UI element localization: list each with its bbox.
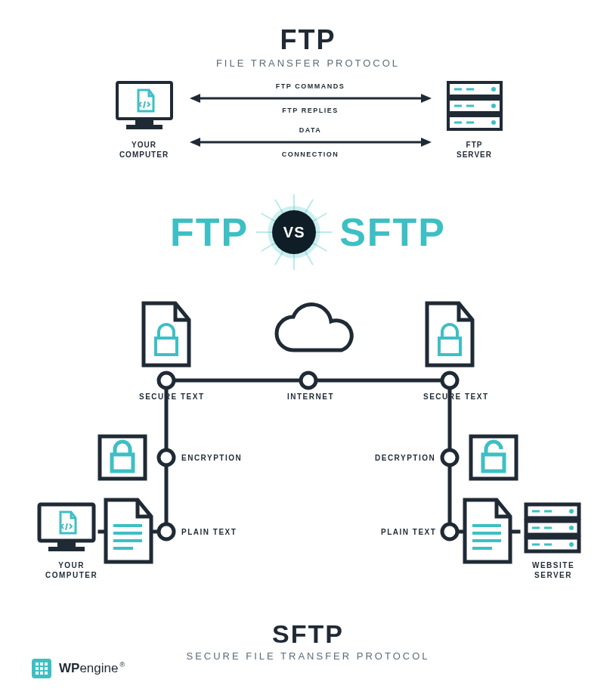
vs-core-label: VS — [272, 210, 316, 254]
svg-point-27 — [301, 373, 316, 388]
svg-point-19 — [491, 104, 496, 108]
brand-bold: WP — [59, 661, 79, 675]
server-icon — [445, 79, 504, 134]
wpengine-logo-icon — [32, 659, 51, 678]
ftp-arrows: FTP COMMANDS FTP REPLIES DATA CONNECTION — [190, 82, 432, 158]
ftp-your-computer: YOUR COMPUTER — [113, 79, 176, 160]
ftp-arrow-label-1: FTP REPLIES — [190, 107, 432, 114]
svg-rect-48 — [57, 542, 76, 547]
svg-rect-1 — [135, 120, 153, 125]
svg-marker-7 — [190, 138, 200, 147]
svg-marker-4 — [190, 94, 200, 103]
svg-rect-49 — [48, 547, 85, 551]
sftp-your-computer-label: YOUR COMPUTER — [45, 560, 98, 580]
ftp-subtitle: FILE TRANSFER PROTOCOL — [30, 57, 586, 69]
svg-point-30 — [442, 450, 457, 465]
svg-rect-63 — [40, 662, 43, 666]
ftp-arrow-label-3: CONNECTION — [190, 150, 432, 158]
vs-badge: VS — [256, 194, 332, 270]
footer-brand: WPengine® — [32, 659, 125, 678]
svg-marker-8 — [421, 138, 432, 147]
computer-icon — [113, 79, 176, 134]
sftp-title-block: SFTP SECURE FILE TRANSFER PROTOCOL — [30, 619, 586, 662]
double-arrow-icon — [190, 93, 432, 104]
svg-rect-70 — [45, 672, 48, 675]
ftp-arrow-label-0: FTP COMMANDS — [190, 82, 432, 90]
svg-rect-2 — [126, 125, 163, 129]
svg-point-26 — [159, 373, 174, 388]
vs-row: FTP VS SFTP — [30, 194, 586, 270]
svg-rect-62 — [36, 662, 39, 666]
svg-rect-64 — [45, 662, 48, 666]
svg-point-28 — [442, 373, 457, 388]
ftp-your-computer-label: YOUR COMPUTER — [119, 140, 169, 160]
svg-marker-5 — [421, 94, 432, 103]
sftp-secure-text-left: SECURE TEXT — [139, 392, 205, 401]
svg-rect-67 — [45, 667, 48, 670]
svg-point-18 — [491, 87, 496, 92]
brand-rest: engine — [79, 661, 118, 675]
sftp-decryption-label: DECRYPTION — [375, 454, 435, 462]
svg-point-31 — [159, 524, 174, 539]
sftp-secure-text-right: SECURE TEXT — [423, 392, 489, 401]
svg-point-32 — [442, 524, 457, 539]
vs-right-word: SFTP — [339, 209, 446, 255]
ftp-server-label: FTP SERVER — [457, 140, 492, 160]
svg-point-60 — [569, 526, 574, 530]
vs-left-word: FTP — [170, 209, 249, 255]
ftp-server-node: FTP SERVER — [445, 79, 504, 160]
sftp-internet-label: INTERNET — [287, 392, 334, 401]
wpengine-wordmark: WPengine® — [59, 661, 125, 676]
sftp-plaintext-left: PLAIN TEXT — [181, 528, 237, 536]
svg-point-59 — [569, 509, 574, 513]
ftp-title: FTP — [30, 24, 586, 56]
svg-point-61 — [569, 542, 574, 547]
ftp-arrow-label-2: DATA — [190, 126, 432, 134]
ftp-title-block: FTP FILE TRANSFER PROTOCOL — [30, 24, 586, 69]
sftp-diagram: SECURE TEXT INTERNET SECURE TEXT ENCRYPT… — [30, 290, 586, 615]
sftp-plaintext-right: PLAIN TEXT — [381, 528, 436, 536]
svg-rect-68 — [36, 672, 39, 675]
double-arrow-icon — [190, 137, 432, 147]
svg-rect-65 — [36, 667, 39, 670]
svg-point-20 — [491, 120, 496, 125]
svg-rect-66 — [40, 667, 43, 670]
sftp-website-server-label: WEBSITE SERVER — [532, 560, 574, 580]
sftp-encryption-label: ENCRYPTION — [181, 454, 242, 462]
ftp-diagram: YOUR COMPUTER FTP COMMANDS FTP REPLIES D… — [30, 79, 586, 160]
svg-rect-69 — [40, 672, 43, 675]
sftp-title: SFTP — [30, 619, 586, 649]
svg-point-29 — [159, 450, 174, 465]
